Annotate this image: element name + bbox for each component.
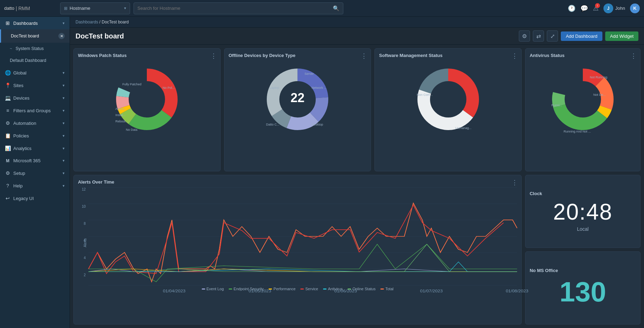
user-name: John: [615, 6, 625, 11]
sidebar-item-default-dashboard[interactable]: Default Dashboard: [0, 55, 70, 66]
antivirus-menu[interactable]: ⋮: [630, 52, 637, 60]
y-tick-12: 12: [82, 187, 86, 191]
windows-patch-chart: Fully Patched No Pol... Appro... Instal.…: [78, 61, 216, 138]
endpoint-security-color: [229, 288, 232, 290]
breadcrumb-current: DocTest board: [102, 20, 129, 24]
svg-text:No Data: No Data: [126, 128, 137, 131]
sidebar-item-setup[interactable]: ⚙ Setup ▾: [0, 167, 70, 179]
ms-office-widget: No MS Office ⋮ 130: [525, 251, 641, 325]
sidebar-item-policies[interactable]: 📋 Policies ▾: [0, 129, 70, 142]
sidebar-item-automation[interactable]: ⚙ Automation ▾: [0, 117, 70, 129]
sidebar-item-legacy[interactable]: ↩ Legacy UI: [0, 192, 70, 205]
logo-sub: | RMM: [16, 6, 30, 11]
sidebar-label-doctest: DocTest board: [11, 34, 39, 38]
svg-text:Not Running: Not Running: [590, 76, 607, 79]
antivirus-chart: Not Running Not De... Runni... Running A…: [530, 61, 636, 138]
sidebar-label-help: Help: [13, 183, 23, 188]
antivirus-color: [323, 288, 327, 290]
offline-devices-menu[interactable]: ⋮: [361, 52, 367, 60]
breadcrumb-parent[interactable]: Dashboards: [76, 20, 98, 24]
global-chevron-icon: ▾: [63, 71, 65, 75]
system-status-icon: ~: [10, 47, 12, 51]
sidebar-label-ms365: Microsoft 365: [13, 158, 41, 163]
clock-time: 20:48: [553, 199, 613, 225]
sidebar-label-default-dashboard: Default Dashboard: [10, 58, 46, 63]
search-bar[interactable]: 🔍: [134, 2, 343, 14]
svg-text:Desktop: Desktop: [312, 123, 323, 126]
message-icon[interactable]: 💬: [580, 5, 588, 12]
svg-text:Datto C...: Datto C...: [266, 123, 279, 126]
sidebar-item-doctest[interactable]: DocTest board ✕: [0, 29, 70, 43]
close-icon[interactable]: ✕: [58, 33, 65, 39]
svg-text:01/06/2023: 01/06/2023: [334, 289, 357, 293]
legend-total: Total: [380, 287, 393, 291]
hostname-select[interactable]: ⊞ Hostname ▾: [60, 2, 130, 14]
sidebar-item-system-status[interactable]: ~ System Status: [0, 43, 70, 55]
windows-patch-menu[interactable]: ⋮: [210, 52, 217, 60]
alerts-svg: 01/04/2023 01/05/2023 01/06/2023 01/07/2…: [88, 187, 517, 285]
svg-text:Laptop: Laptop: [270, 86, 279, 90]
policies-chevron-icon: ▾: [63, 134, 65, 138]
sidebar-label-system-status: System Status: [15, 46, 44, 51]
sidebar-item-dashboards[interactable]: ⊞ Dashboards ▾: [0, 17, 70, 29]
event-log-color: [202, 288, 205, 290]
legend-performance-label: Performance: [273, 287, 295, 291]
alerts-title: Alerts Over Time: [78, 179, 517, 185]
chart-area: Alerts: [88, 187, 517, 285]
software-mgmt-title: Software Management Status: [379, 53, 517, 58]
svg-text:01/05/2023: 01/05/2023: [249, 289, 271, 293]
windows-patch-svg: Fully Patched No Pol... Appro... Instal.…: [108, 61, 185, 138]
svg-text:Runni...: Runni...: [551, 104, 562, 107]
sidebar-item-sites[interactable]: 📍 Sites ▾: [0, 79, 70, 92]
breadcrumb: Dashboards / DocTest board: [70, 17, 644, 28]
windows-patch-widget: Windows Patch Status ⋮: [73, 48, 221, 171]
settings-button[interactable]: ⚙: [519, 30, 530, 42]
analytics-chevron-icon: ▾: [63, 146, 65, 151]
global-icon: 🌐: [5, 70, 10, 76]
clock-icon[interactable]: 🕐: [568, 5, 575, 12]
svg-text:Server: Server: [305, 72, 314, 76]
main-content: Dashboards / DocTest board DocTest board…: [70, 17, 644, 328]
offline-devices-title: Offline Devices by Device Type: [229, 53, 367, 58]
filters-icon: ≡: [5, 108, 10, 113]
svg-text:Reboot ...: Reboot ...: [115, 120, 129, 123]
alerts-menu[interactable]: ⋮: [511, 179, 518, 186]
sidebar-item-filters[interactable]: ≡ Filters and Groups ▾: [0, 104, 70, 117]
clock-title: Clock: [530, 191, 542, 196]
offline-devices-widget: Offline Devices by Device Type ⋮: [224, 48, 371, 171]
alert-icon[interactable]: ⚠ !: [593, 5, 599, 12]
sidebar-item-global[interactable]: 🌐 Global ▾: [0, 66, 70, 79]
chart-legend: Event Log Endpoint Security Performance …: [78, 287, 517, 291]
fullscreen-button[interactable]: ⤢: [547, 30, 558, 42]
topbar: datto | RMM ⊞ Hostname ▾ 🔍 🕐 💬 ⚠ ! J Joh…: [0, 0, 644, 17]
svg-text:No Pol...: No Pol...: [163, 86, 175, 90]
sidebar-label-automation: Automation: [13, 121, 36, 126]
sidebar-item-devices[interactable]: 💻 Devices ▾: [0, 92, 70, 104]
y-axis-label: Alerts: [83, 238, 87, 248]
legend-event-log-label: Event Log: [207, 287, 224, 291]
search-input[interactable]: [137, 6, 330, 11]
add-widget-button[interactable]: Add Widget: [605, 31, 638, 41]
share-button[interactable]: ⇄: [533, 30, 544, 42]
avatar: J: [603, 3, 613, 13]
automation-icon: ⚙: [5, 120, 10, 126]
sidebar-label-analytics: Analytics: [13, 146, 31, 151]
software-mgmt-chart: Non Com... Unmanag...: [379, 61, 517, 138]
y-tick-4: 4: [84, 256, 86, 260]
antivirus-title: Antivirus Status: [530, 53, 636, 58]
software-mgmt-menu[interactable]: ⋮: [511, 52, 518, 60]
sidebar-item-ms365[interactable]: M Microsoft 365 ▾: [0, 155, 70, 167]
right-column: Clock ⋮ 20:48 Local No MS Office ⋮ 130: [525, 175, 641, 325]
svg-text:01/07/2023: 01/07/2023: [420, 289, 443, 293]
svg-text:Not De...: Not De...: [593, 93, 606, 97]
help-chevron-icon: ▾: [63, 184, 65, 188]
legend-service-label: Service: [305, 287, 318, 291]
analytics-icon: 📊: [5, 145, 10, 151]
user-info[interactable]: J John: [603, 3, 625, 13]
svg-text:Running And Not ...: Running And Not ...: [564, 130, 591, 133]
svg-text:Non Com...: Non Com...: [417, 93, 433, 97]
sidebar-label-setup: Setup: [13, 171, 25, 176]
sidebar-item-help[interactable]: ? Help ▾: [0, 179, 70, 192]
sidebar-item-analytics[interactable]: 📊 Analytics ▾: [0, 142, 70, 155]
add-dashboard-button[interactable]: Add Dashboard: [561, 31, 602, 41]
